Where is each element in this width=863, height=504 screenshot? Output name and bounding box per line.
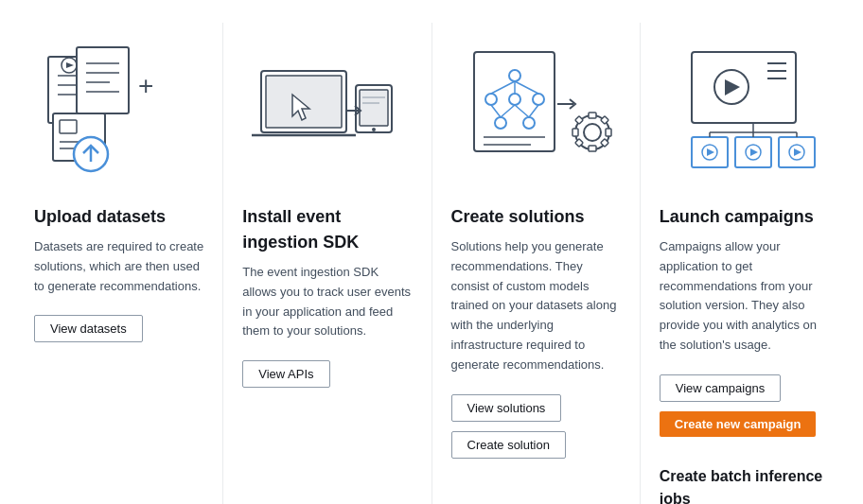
svg-rect-48 [589,146,596,151]
install-sdk-desc: The event ingestion SDK allows you to tr… [242,263,412,341]
view-datasets-button[interactable]: View datasets [34,315,143,342]
create-solutions-title: Create solutions [451,204,585,230]
install-sdk-icon-area [242,38,412,189]
svg-rect-49 [572,129,578,136]
svg-rect-50 [606,129,611,136]
view-apis-button[interactable]: View APIs [242,360,329,388]
svg-text:+: + [138,71,153,100]
create-solutions-icon-area [451,38,621,189]
install-sdk-title: Install event ingestion SDK [242,204,412,255]
svg-rect-47 [589,113,596,118]
create-solutions-column: Create solutions Solutions help you gene… [432,23,641,504]
svg-rect-6 [77,47,129,113]
main-container: + Upload datasets Datasets are required … [0,0,863,504]
launch-campaigns-title: Launch campaigns [660,204,814,230]
launch-campaigns-icon [663,43,824,184]
upload-datasets-column: + Upload datasets Datasets are required … [15,23,223,504]
launch-campaigns-column: Launch campaigns Campaigns allow your ap… [641,23,848,504]
svg-rect-22 [360,90,388,126]
upload-datasets-icon-area: + [34,38,203,189]
create-solution-button[interactable]: Create solution [451,431,566,459]
upload-datasets-title: Upload datasets [34,204,166,230]
create-solutions-icon [455,43,616,184]
svg-point-23 [372,128,376,131]
view-solutions-button[interactable]: View solutions [451,394,562,422]
svg-point-33 [495,117,506,129]
svg-point-32 [533,94,544,105]
launch-campaigns-icon-area [660,38,829,189]
svg-point-46 [584,124,601,141]
launch-campaigns-desc: Campaigns allow your application to get … [660,237,829,356]
create-solutions-desc: Solutions help you generate recommendati… [451,237,621,375]
svg-point-34 [523,117,535,129]
create-new-campaign-button[interactable]: Create new campaign [660,411,817,437]
view-campaigns-button[interactable]: View campaigns [660,374,781,402]
svg-point-30 [485,94,497,105]
svg-point-29 [509,70,520,81]
install-sdk-column: Install event ingestion SDK The event in… [223,23,432,504]
upload-datasets-desc: Datasets are required to create solution… [34,237,203,296]
upload-datasets-icon: + [39,43,200,184]
svg-point-31 [509,94,520,105]
batch-inference-title: Create batch inference jobs [660,465,829,504]
install-sdk-icon [247,43,408,184]
